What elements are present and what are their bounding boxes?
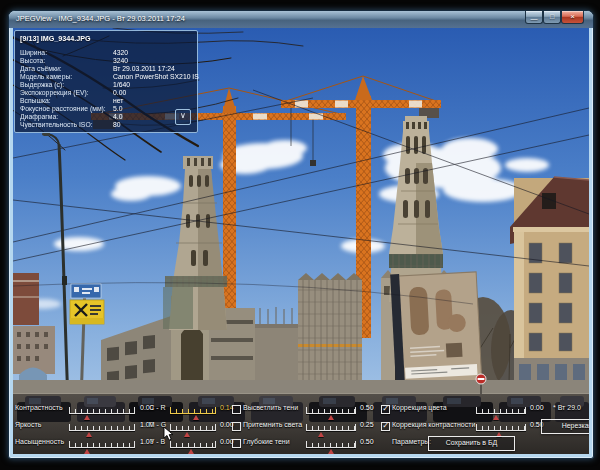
jpegview-window: JPEGView - IMG_9344.JPG - Вт 29.03.2011 … bbox=[8, 10, 594, 459]
exif-row: Модель камеры:Canon PowerShot SX210 IS bbox=[15, 73, 197, 81]
contrast-label: Контрастность bbox=[15, 404, 63, 411]
saturation-slider[interactable] bbox=[69, 439, 135, 448]
deep-shadows-value: 0.50 bbox=[360, 438, 374, 445]
check-icon: ✓ bbox=[382, 405, 389, 412]
color-correction-checkbox[interactable]: ✓ bbox=[381, 405, 390, 414]
deep-shadows-slider[interactable] bbox=[306, 439, 356, 448]
maximize-button[interactable]: □ bbox=[543, 11, 561, 24]
close-button[interactable]: × bbox=[561, 11, 584, 24]
exif-row: Чувствительность ISO:80 bbox=[15, 121, 197, 129]
minimize-icon: — bbox=[526, 13, 542, 24]
exif-row: Выдержка (с):1/640 bbox=[15, 81, 197, 89]
cyan-red-slider[interactable] bbox=[170, 405, 216, 414]
exif-row: Экспокоррекция (EV):0.00 bbox=[15, 89, 197, 97]
lighten-shadows-checkbox[interactable] bbox=[232, 405, 241, 414]
exif-row: Высота:3240 bbox=[15, 57, 197, 65]
brightness-label: Яркость bbox=[15, 421, 41, 428]
darken-highlights-checkbox[interactable] bbox=[232, 422, 241, 431]
close-icon: × bbox=[570, 12, 575, 21]
darken-highlights-value: 0.25 bbox=[360, 421, 374, 428]
exif-row: Вспышка:нет bbox=[15, 97, 197, 105]
saturation-label: Насыщенность bbox=[15, 438, 64, 445]
brightness-slider[interactable] bbox=[69, 422, 135, 431]
unsharp-mask-button[interactable]: Нерезкая bbox=[541, 419, 589, 434]
exif-header: [9/13] IMG_9344.JPG bbox=[20, 34, 91, 43]
magenta-green-label: M - G bbox=[147, 421, 168, 428]
exif-info-panel: [9/13] IMG_9344.JPG Ширина:4320 Высота:3… bbox=[14, 30, 198, 133]
contrast-slider[interactable] bbox=[69, 405, 135, 414]
cyan-red-label: C - R bbox=[147, 404, 168, 411]
contrast-correction-checkbox[interactable]: ✓ bbox=[381, 422, 390, 431]
desktop-background: JPEGView - IMG_9344.JPG - Вт 29.03.2011 … bbox=[0, 0, 600, 470]
exif-row: Фокусное расстояние (мм):5.0 bbox=[15, 105, 197, 113]
titlebar[interactable]: JPEGView - IMG_9344.JPG - Вт 29.03.2011 … bbox=[9, 11, 593, 28]
save-to-db-button[interactable]: Сохранить в БД bbox=[428, 436, 515, 451]
contrast-correction-slider[interactable] bbox=[476, 422, 526, 431]
photo-viewport[interactable]: [9/13] IMG_9344.JPG Ширина:4320 Высота:3… bbox=[13, 28, 589, 454]
darken-highlights-slider[interactable] bbox=[306, 422, 356, 431]
lighten-shadows-slider[interactable] bbox=[306, 405, 356, 414]
color-correction-value: 0.00 bbox=[530, 404, 544, 411]
minimize-button[interactable]: — bbox=[525, 11, 543, 24]
yellow-blue-slider[interactable] bbox=[170, 439, 216, 448]
contrast-correction-label: Коррекция контрастности bbox=[392, 421, 475, 428]
maximize-icon: □ bbox=[550, 13, 554, 20]
date-note: * Вт 29.0 bbox=[553, 404, 581, 411]
exif-row: Диафрагма:4.0 bbox=[15, 113, 197, 121]
window-controls: — □ × bbox=[525, 11, 584, 24]
lighten-shadows-value: 0.50 bbox=[360, 404, 374, 411]
parameters-label: Параметры: bbox=[392, 438, 431, 445]
magenta-green-slider[interactable] bbox=[170, 422, 216, 431]
window-title: JPEGView - IMG_9344.JPG - Вт 29.03.2011 … bbox=[16, 14, 185, 23]
darken-highlights-label: Притемнить света bbox=[243, 421, 302, 428]
exif-row: Дата съёмки:Вт 29.03.2011 17:24 bbox=[15, 65, 197, 73]
deep-shadows-label: Глубокие тени bbox=[243, 438, 290, 445]
collapse-info-button[interactable]: ∨ bbox=[175, 109, 191, 125]
check-icon: ✓ bbox=[382, 422, 389, 429]
image-adjust-panel: Контрастность 0.00 C - R 0.14 Высветлить… bbox=[13, 399, 589, 454]
color-correction-label: Коррекция цвета bbox=[392, 404, 447, 411]
exif-rows: Ширина:4320 Высота:3240 Дата съёмки:Вт 2… bbox=[15, 49, 197, 129]
color-correction-slider[interactable] bbox=[476, 405, 526, 414]
deep-shadows-checkbox[interactable] bbox=[232, 439, 241, 448]
exif-row: Ширина:4320 bbox=[15, 49, 197, 57]
collapse-chevron-icon: ∨ bbox=[180, 111, 186, 120]
lighten-shadows-label: Высветлить тени bbox=[243, 404, 298, 411]
yellow-blue-label: Y - B bbox=[147, 438, 168, 445]
